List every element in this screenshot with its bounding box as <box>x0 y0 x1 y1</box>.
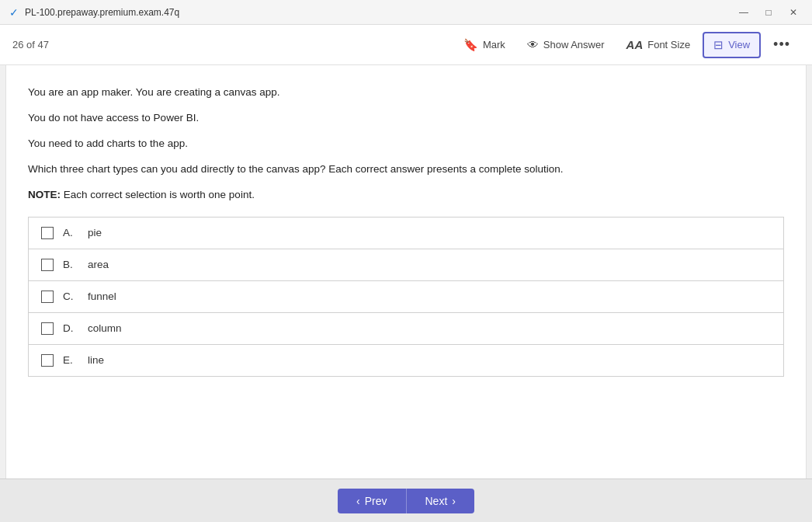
window-controls: — □ ✕ <box>734 3 803 22</box>
option-checkbox-3[interactable] <box>41 322 54 335</box>
toolbar-actions: 🔖 Mark 👁 Show Answer AA Font Size ⊟ View… <box>454 32 800 58</box>
option-letter-1: B. <box>63 259 78 270</box>
font-icon: AA <box>626 38 644 51</box>
toolbar: 26 of 47 🔖 Mark 👁 Show Answer AA Font Si… <box>0 25 812 65</box>
option-text-0: pie <box>88 227 102 238</box>
app-icon: ✓ <box>9 6 19 19</box>
prev-button[interactable]: ‹ Prev <box>338 489 406 513</box>
option-checkbox-1[interactable] <box>41 259 54 271</box>
minimize-button[interactable]: — <box>734 3 753 22</box>
option-row-d[interactable]: D. column <box>29 312 784 344</box>
prev-label: Prev <box>365 495 387 507</box>
question-content: You are an app maker. You are creating a… <box>6 65 806 478</box>
option-row-e[interactable]: E. line <box>29 344 784 376</box>
note-text: Each correct selection is worth one poin… <box>64 189 255 200</box>
option-text-3: column <box>88 322 122 334</box>
next-button[interactable]: Next › <box>407 489 474 513</box>
mark-button[interactable]: 🔖 Mark <box>454 33 515 57</box>
option-row-c[interactable]: C. funnel <box>29 280 784 312</box>
option-checkbox-4[interactable] <box>41 354 54 367</box>
option-text-2: funnel <box>88 291 116 302</box>
option-cell-1[interactable]: B. area <box>29 249 783 280</box>
option-row-b[interactable]: B. area <box>29 249 784 280</box>
option-checkbox-0[interactable] <box>41 227 54 239</box>
show-answer-label: Show Answer <box>543 39 605 50</box>
mark-label: Mark <box>483 39 505 50</box>
option-letter-3: D. <box>63 322 78 334</box>
mark-icon: 🔖 <box>463 38 478 52</box>
option-cell-0[interactable]: A. pie <box>29 218 783 249</box>
main-area: You are an app maker. You are creating a… <box>0 65 812 478</box>
show-answer-button[interactable]: 👁 Show Answer <box>518 33 614 56</box>
option-cell-3[interactable]: D. column <box>29 313 783 344</box>
option-checkbox-2[interactable] <box>41 291 54 303</box>
question-line-1: You are an app maker. You are creating a… <box>28 84 784 102</box>
right-sidebar <box>806 65 812 478</box>
option-text-4: line <box>88 354 104 366</box>
question-body: You are an app maker. You are creating a… <box>28 84 784 204</box>
font-size-button[interactable]: AA Font Size <box>617 33 700 56</box>
window-title: PL-100.prepaway.premium.exam.47q <box>25 7 734 18</box>
next-label: Next <box>425 495 448 507</box>
options-table: A. pie B. area C <box>28 217 784 377</box>
option-cell-4[interactable]: E. line <box>29 345 783 376</box>
question-note: NOTE: Each correct selection is worth on… <box>28 186 784 204</box>
font-size-label: Font Size <box>647 39 690 50</box>
question-line-2: You do not have access to Power BI. <box>28 110 784 127</box>
maximize-button[interactable]: □ <box>759 3 778 22</box>
options-body: A. pie B. area C <box>29 217 784 376</box>
option-letter-4: E. <box>63 354 78 366</box>
left-sidebar <box>0 65 6 478</box>
prev-icon: ‹ <box>356 495 360 507</box>
question-counter: 26 of 47 <box>12 39 454 50</box>
question-line-3: You need to add charts to the app. <box>28 135 784 153</box>
option-row-a[interactable]: A. pie <box>29 217 784 249</box>
view-button[interactable]: ⊟ View <box>703 32 761 58</box>
question-line-4: Which three chart types can you add dire… <box>28 161 784 179</box>
view-icon: ⊟ <box>713 38 724 52</box>
more-icon: ••• <box>773 37 790 53</box>
note-bold: NOTE: <box>28 189 61 200</box>
eye-icon: 👁 <box>527 38 539 51</box>
option-text-1: area <box>88 259 109 270</box>
more-button[interactable]: ••• <box>764 32 800 57</box>
bottom-navigation: ‹ Prev Next › <box>0 478 812 522</box>
option-letter-0: A. <box>63 227 78 238</box>
next-icon: › <box>452 495 456 507</box>
title-bar: ✓ PL-100.prepaway.premium.exam.47q — □ ✕ <box>0 0 812 25</box>
view-label: View <box>728 39 750 50</box>
close-button[interactable]: ✕ <box>784 3 803 22</box>
option-letter-2: C. <box>63 291 78 302</box>
option-cell-2[interactable]: C. funnel <box>29 281 783 312</box>
